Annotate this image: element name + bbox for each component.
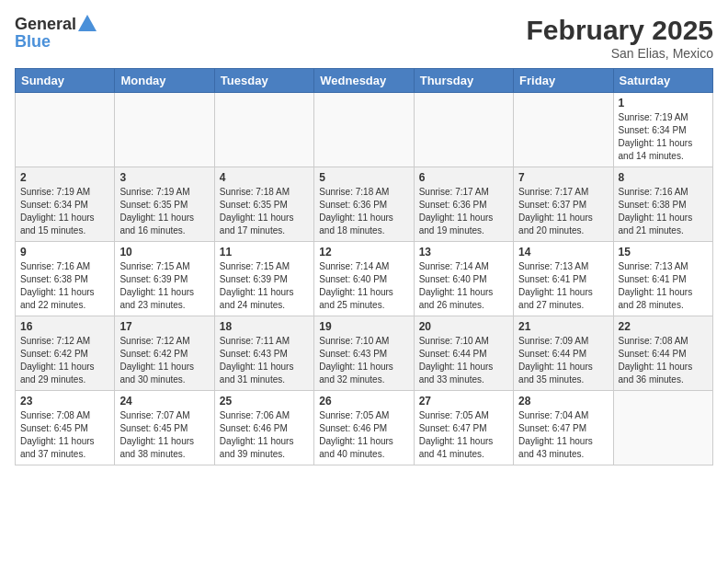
day-info: Sunrise: 7:08 AM Sunset: 6:45 PM Dayligh… [20, 409, 109, 461]
day-number: 17 [119, 320, 209, 333]
logo: General Blue [15, 15, 97, 51]
logo-blue: Blue [15, 32, 51, 51]
day-number: 10 [119, 246, 209, 259]
day-info: Sunrise: 7:10 AM Sunset: 6:44 PM Dayligh… [419, 335, 508, 386]
day-info: Sunrise: 7:06 AM Sunset: 6:46 PM Dayligh… [220, 409, 309, 461]
day-info: Sunrise: 7:13 AM Sunset: 6:41 PM Dayligh… [518, 260, 608, 312]
calendar-day-cell: 1Sunrise: 7:19 AM Sunset: 6:34 PM Daylig… [613, 93, 712, 167]
day-number: 11 [220, 246, 309, 259]
day-info: Sunrise: 7:16 AM Sunset: 6:38 PM Dayligh… [619, 186, 708, 237]
day-number: 8 [619, 171, 708, 184]
day-info: Sunrise: 7:16 AM Sunset: 6:38 PM Dayligh… [20, 260, 109, 312]
logo-icon [78, 15, 97, 31]
calendar-day-cell: 25Sunrise: 7:06 AM Sunset: 6:46 PM Dayli… [214, 391, 313, 465]
weekday-header: Wednesday [314, 69, 414, 93]
day-number: 19 [319, 320, 408, 333]
day-info: Sunrise: 7:14 AM Sunset: 6:40 PM Dayligh… [419, 260, 508, 312]
day-info: Sunrise: 7:15 AM Sunset: 6:39 PM Dayligh… [220, 260, 309, 312]
day-number: 12 [319, 246, 408, 259]
calendar-day-cell: 26Sunrise: 7:05 AM Sunset: 6:46 PM Dayli… [314, 391, 414, 465]
day-number: 24 [119, 395, 209, 408]
calendar-day-cell: 28Sunrise: 7:04 AM Sunset: 6:47 PM Dayli… [514, 391, 613, 465]
weekday-header: Sunday [16, 69, 115, 93]
day-number: 28 [518, 395, 608, 408]
weekday-header: Monday [115, 69, 214, 93]
calendar-day-cell: 5Sunrise: 7:18 AM Sunset: 6:36 PM Daylig… [314, 167, 414, 242]
day-info: Sunrise: 7:05 AM Sunset: 6:47 PM Dayligh… [419, 409, 508, 461]
day-info: Sunrise: 7:15 AM Sunset: 6:39 PM Dayligh… [119, 260, 209, 312]
calendar-day-cell: 16Sunrise: 7:12 AM Sunset: 6:42 PM Dayli… [16, 316, 115, 391]
empty-cell [16, 93, 115, 167]
calendar-day-cell: 6Sunrise: 7:17 AM Sunset: 6:36 PM Daylig… [414, 167, 513, 242]
day-number: 20 [419, 320, 508, 333]
day-number: 9 [20, 246, 109, 259]
page-header: General Blue February 2025 San Elias, Me… [15, 15, 713, 61]
day-info: Sunrise: 7:18 AM Sunset: 6:36 PM Dayligh… [319, 186, 408, 237]
calendar-day-cell: 12Sunrise: 7:14 AM Sunset: 6:40 PM Dayli… [314, 242, 414, 316]
empty-cell [314, 93, 414, 167]
day-info: Sunrise: 7:13 AM Sunset: 6:41 PM Dayligh… [619, 260, 708, 312]
calendar-day-cell: 24Sunrise: 7:07 AM Sunset: 6:45 PM Dayli… [115, 391, 214, 465]
empty-cell [613, 391, 712, 465]
calendar-day-cell: 21Sunrise: 7:09 AM Sunset: 6:44 PM Dayli… [514, 316, 613, 391]
calendar-day-cell: 18Sunrise: 7:11 AM Sunset: 6:43 PM Dayli… [214, 316, 313, 391]
day-number: 7 [518, 171, 608, 184]
calendar-day-cell: 13Sunrise: 7:14 AM Sunset: 6:40 PM Dayli… [414, 242, 513, 316]
day-info: Sunrise: 7:14 AM Sunset: 6:40 PM Dayligh… [319, 260, 408, 312]
empty-cell [115, 93, 214, 167]
day-info: Sunrise: 7:07 AM Sunset: 6:45 PM Dayligh… [119, 409, 209, 461]
calendar-day-cell: 20Sunrise: 7:10 AM Sunset: 6:44 PM Dayli… [414, 316, 513, 391]
calendar-day-cell: 23Sunrise: 7:08 AM Sunset: 6:45 PM Dayli… [16, 391, 115, 465]
day-number: 3 [119, 171, 209, 184]
calendar-day-cell: 17Sunrise: 7:12 AM Sunset: 6:42 PM Dayli… [115, 316, 214, 391]
day-info: Sunrise: 7:17 AM Sunset: 6:37 PM Dayligh… [518, 186, 608, 237]
day-info: Sunrise: 7:10 AM Sunset: 6:43 PM Dayligh… [319, 335, 408, 386]
day-info: Sunrise: 7:19 AM Sunset: 6:34 PM Dayligh… [20, 186, 109, 237]
calendar-day-cell: 2Sunrise: 7:19 AM Sunset: 6:34 PM Daylig… [16, 167, 115, 242]
calendar-day-cell: 27Sunrise: 7:05 AM Sunset: 6:47 PM Dayli… [414, 391, 513, 465]
day-number: 25 [220, 395, 309, 408]
empty-cell [514, 93, 613, 167]
day-number: 5 [319, 171, 408, 184]
calendar-day-cell: 15Sunrise: 7:13 AM Sunset: 6:41 PM Dayli… [613, 242, 712, 316]
calendar-day-cell: 11Sunrise: 7:15 AM Sunset: 6:39 PM Dayli… [214, 242, 313, 316]
day-number: 18 [220, 320, 309, 333]
day-number: 15 [619, 246, 708, 259]
day-info: Sunrise: 7:08 AM Sunset: 6:44 PM Dayligh… [619, 335, 708, 386]
day-info: Sunrise: 7:19 AM Sunset: 6:34 PM Dayligh… [619, 111, 708, 163]
day-number: 16 [20, 320, 109, 333]
calendar-day-cell: 14Sunrise: 7:13 AM Sunset: 6:41 PM Dayli… [514, 242, 613, 316]
day-number: 1 [619, 97, 708, 109]
day-number: 2 [20, 171, 109, 184]
calendar-table: SundayMondayTuesdayWednesdayThursdayFrid… [15, 68, 713, 465]
day-number: 6 [419, 171, 508, 184]
day-info: Sunrise: 7:05 AM Sunset: 6:46 PM Dayligh… [319, 409, 408, 461]
empty-cell [414, 93, 513, 167]
logo-general: General [15, 16, 76, 32]
day-number: 21 [518, 320, 608, 333]
weekday-header: Saturday [613, 69, 712, 93]
weekday-header: Thursday [414, 69, 513, 93]
weekday-header: Tuesday [214, 69, 313, 93]
svg-marker-0 [78, 15, 97, 31]
day-number: 23 [20, 395, 109, 408]
calendar-day-cell: 19Sunrise: 7:10 AM Sunset: 6:43 PM Dayli… [314, 316, 414, 391]
day-info: Sunrise: 7:19 AM Sunset: 6:35 PM Dayligh… [119, 186, 209, 237]
day-info: Sunrise: 7:11 AM Sunset: 6:43 PM Dayligh… [220, 335, 309, 386]
location-subtitle: San Elias, Mexico [527, 46, 713, 61]
title-block: February 2025 San Elias, Mexico [527, 15, 713, 61]
day-number: 26 [319, 395, 408, 408]
day-number: 27 [419, 395, 508, 408]
day-info: Sunrise: 7:09 AM Sunset: 6:44 PM Dayligh… [518, 335, 608, 386]
calendar-day-cell: 8Sunrise: 7:16 AM Sunset: 6:38 PM Daylig… [613, 167, 712, 242]
day-info: Sunrise: 7:18 AM Sunset: 6:35 PM Dayligh… [220, 186, 309, 237]
weekday-header: Friday [514, 69, 613, 93]
calendar-day-cell: 7Sunrise: 7:17 AM Sunset: 6:37 PM Daylig… [514, 167, 613, 242]
day-info: Sunrise: 7:12 AM Sunset: 6:42 PM Dayligh… [20, 335, 109, 386]
day-info: Sunrise: 7:04 AM Sunset: 6:47 PM Dayligh… [518, 409, 608, 461]
calendar-day-cell: 9Sunrise: 7:16 AM Sunset: 6:38 PM Daylig… [16, 242, 115, 316]
day-number: 4 [220, 171, 309, 184]
empty-cell [214, 93, 313, 167]
day-info: Sunrise: 7:17 AM Sunset: 6:36 PM Dayligh… [419, 186, 508, 237]
calendar-day-cell: 3Sunrise: 7:19 AM Sunset: 6:35 PM Daylig… [115, 167, 214, 242]
